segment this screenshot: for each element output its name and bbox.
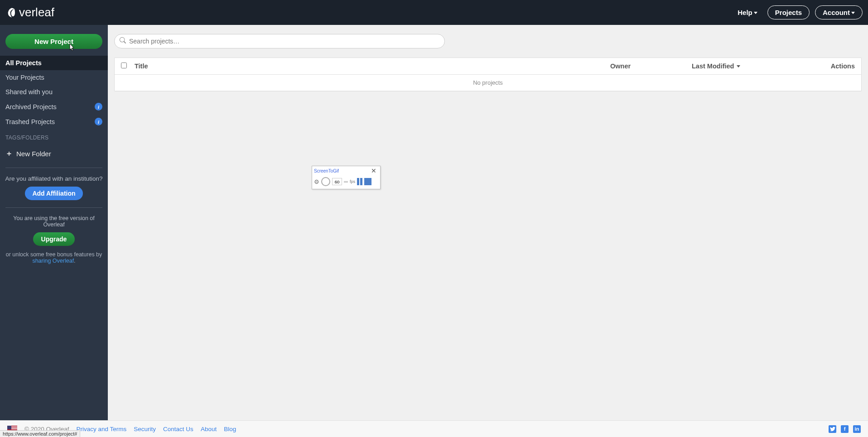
stop-button[interactable] — [364, 178, 371, 185]
linkedin-icon[interactable]: in — [853, 425, 861, 433]
sidebar-item-shared[interactable]: Shared with you — [0, 85, 108, 99]
overleaf-logo[interactable]: verleaf — [5, 5, 54, 19]
sidebar-item-archived[interactable]: Archived Projects i — [0, 99, 108, 114]
screen-to-gif-widget[interactable]: ScreenToGif ✕ ⚙ fps — [312, 166, 381, 189]
sidebar-item-label: All Projects — [5, 59, 42, 67]
footer-link-contact[interactable]: Contact Us — [163, 426, 193, 432]
sidebar-item-all-projects[interactable]: All Projects — [0, 56, 108, 70]
new-project-button[interactable]: New Project — [5, 34, 102, 49]
gear-icon[interactable]: ⚙ — [314, 178, 319, 185]
new-folder-button[interactable]: ＋ New Folder — [0, 144, 108, 163]
plus-icon: ＋ — [5, 149, 12, 158]
browser-status-bar: https://www.overleaf.com/project# — [0, 430, 80, 437]
sidebar-item-label: Shared with you — [5, 88, 53, 96]
sidebar-item-label: Trashed Projects — [5, 118, 55, 125]
sharing-overleaf-link[interactable]: sharing Overleaf — [32, 258, 74, 264]
select-all-checkbox[interactable] — [121, 62, 127, 68]
sidebar-item-label: Your Projects — [5, 74, 44, 81]
search-icon — [120, 37, 126, 45]
caret-down-icon — [754, 12, 757, 14]
select-all-column — [121, 62, 135, 70]
account-menu[interactable]: Account — [815, 5, 863, 19]
fps-input[interactable] — [332, 178, 342, 185]
caret-down-icon — [851, 12, 855, 14]
footer-link-blog[interactable]: Blog — [224, 426, 236, 432]
close-icon[interactable]: ✕ — [369, 167, 378, 174]
fps-label: fps — [350, 179, 355, 184]
leaf-icon — [5, 6, 18, 19]
sidebar-item-trashed[interactable]: Trashed Projects i — [0, 114, 108, 129]
footer: © 2020 Overleaf Privacy and Terms Securi… — [0, 420, 868, 437]
upgrade-button[interactable]: Upgrade — [33, 232, 75, 246]
add-affiliation-button[interactable]: Add Affiliation — [25, 187, 82, 200]
logo-text: verleaf — [19, 5, 54, 19]
info-icon[interactable]: i — [95, 103, 102, 110]
stg-title: ScreenToGif — [314, 168, 339, 173]
info-icon[interactable]: i — [95, 118, 102, 125]
stg-titlebar[interactable]: ScreenToGif ✕ — [312, 166, 380, 175]
no-projects-row: No projects — [115, 75, 861, 91]
app-header: verleaf Help Projects Account — [0, 0, 868, 25]
body: New Project All Projects Your Projects S… — [0, 25, 868, 420]
new-folder-label: New Folder — [16, 150, 51, 158]
search-wrap — [114, 34, 445, 48]
header-nav: Help Projects Account — [733, 5, 863, 19]
modified-label: Last Modified — [692, 62, 734, 70]
main-content: Title Owner Last Modified Actions No pro… — [108, 25, 868, 420]
footer-link-about[interactable]: About — [201, 426, 217, 432]
column-title[interactable]: Title — [135, 62, 610, 70]
affiliation-question: Are you affiliated with an institution? — [4, 175, 104, 182]
column-modified[interactable]: Last Modified — [692, 62, 823, 70]
sidebar-item-your-projects[interactable]: Your Projects — [0, 70, 108, 85]
twitter-icon[interactable] — [829, 425, 836, 433]
sidebar: New Project All Projects Your Projects S… — [0, 25, 108, 420]
table-header: Title Owner Last Modified Actions — [115, 58, 861, 75]
sidebar-item-label: Archived Projects — [5, 103, 57, 110]
project-table: Title Owner Last Modified Actions No pro… — [114, 58, 862, 91]
pause-button[interactable] — [357, 178, 362, 185]
search-input[interactable] — [114, 34, 445, 48]
footer-link-privacy[interactable]: Privacy and Terms — [77, 426, 127, 432]
record-button[interactable] — [321, 177, 330, 186]
column-actions: Actions — [823, 62, 855, 70]
column-owner[interactable]: Owner — [610, 62, 692, 70]
affiliation-block: Are you affiliated with an institution? … — [0, 173, 108, 203]
unlock-prefix: or unlock some free bonus features by — [6, 251, 102, 258]
facebook-icon[interactable]: f — [841, 425, 849, 433]
upgrade-block: You are using the free version of Overle… — [0, 212, 108, 267]
account-label: Account — [823, 9, 850, 16]
footer-link-security[interactable]: Security — [134, 426, 156, 432]
projects-label: Projects — [775, 9, 802, 16]
help-menu[interactable]: Help — [733, 6, 762, 19]
help-label: Help — [738, 9, 752, 16]
stg-controls: ⚙ fps — [312, 175, 380, 188]
divider — [5, 168, 102, 168]
sort-caret-icon — [737, 65, 740, 67]
tags-folders-label: TAGS/FOLDERS — [0, 129, 108, 144]
footer-social: f in — [829, 425, 861, 433]
divider — [5, 207, 102, 208]
free-version-text: You are using the free version of Overle… — [4, 215, 104, 228]
unlock-text: or unlock some free bonus features by sh… — [4, 251, 104, 264]
fps-spinner[interactable] — [344, 181, 348, 182]
projects-button[interactable]: Projects — [767, 5, 810, 19]
